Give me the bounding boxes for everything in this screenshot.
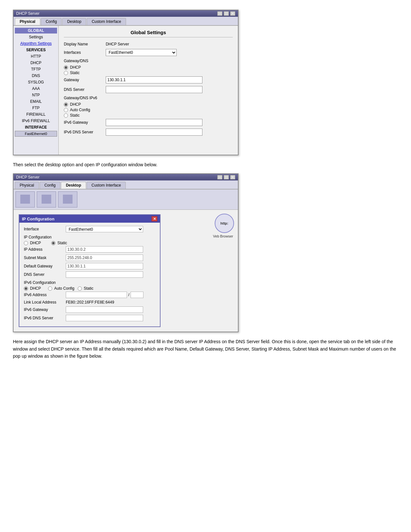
gateway-row: Gateway: [64, 76, 233, 83]
default-gateway-row: Default Gateway: [24, 263, 155, 269]
ipv6-gw-input[interactable]: [66, 306, 143, 313]
ip-dhcp-label: DHCP: [30, 241, 41, 245]
http-icon[interactable]: http:: [215, 214, 234, 233]
ipv6-conf-static-label: Static: [84, 286, 93, 291]
main-content1: Global Settings Display Name DHCP Server…: [59, 26, 238, 155]
win2-minimize[interactable]: ─: [217, 175, 222, 179]
static-radio[interactable]: [64, 71, 68, 75]
sidebar-item-dhcp[interactable]: DHCP: [15, 60, 57, 66]
ip-config-dialog: IP Configuration ✕ Interface FastEtherne…: [19, 214, 161, 327]
tab-config[interactable]: Config: [41, 18, 62, 25]
ipv6-dhcp-radio[interactable]: [64, 102, 68, 107]
sidebar-item-ntp[interactable]: NTP: [15, 92, 57, 98]
window1: DHCP Server ─ □ ✕ Physical Config Deskto…: [13, 10, 239, 155]
desktop-icon-shape1: [20, 195, 30, 204]
desktop-area: [14, 189, 238, 210]
ipv6-dns-server-input[interactable]: [66, 315, 143, 321]
gateway-dns-radio-group: DHCP Static: [64, 65, 233, 75]
sidebar-item-settings[interactable]: Settings: [15, 34, 57, 40]
sidebar-item-syslog[interactable]: SYSLOG: [15, 79, 57, 85]
sidebar-item-ipv6-firewall[interactable]: IPv6 FIREWALL: [15, 118, 57, 124]
ipv6-prefix-input[interactable]: [131, 292, 143, 298]
sidebar-item-fastethernet0[interactable]: FastEthernet0: [15, 131, 57, 137]
dns-label: DNS Server: [64, 87, 106, 92]
link-local-label: Link Local Address: [24, 300, 66, 305]
ip-interface-select[interactable]: FastEthernet0: [66, 226, 143, 232]
sidebar-item-aaa[interactable]: AAA: [15, 86, 57, 92]
desktop-icon-item2[interactable]: [37, 191, 56, 208]
window2-right: http: Veb Browser: [210, 212, 236, 240]
tab-desktop[interactable]: Desktop: [62, 18, 86, 25]
ip-address-row: IP Address: [24, 246, 155, 253]
ipv6-conf-static-radio[interactable]: [78, 286, 82, 291]
ip-static-radio[interactable]: [51, 241, 55, 245]
subnet-input[interactable]: [66, 255, 143, 261]
subnet-mask-row: Subnet Mask: [24, 255, 155, 261]
section-title: Global Settings: [64, 30, 233, 37]
sidebar-item-ftp[interactable]: FTP: [15, 105, 57, 111]
ipv6-dns-row: IPv6 DNS Server: [64, 129, 233, 136]
ipv6-conf-dhcp-radio[interactable]: [24, 286, 28, 291]
display-name-row: Display Name DHCP Server: [64, 42, 233, 46]
display-name-label: Display Name: [64, 42, 106, 46]
w2-tab-custom[interactable]: Custom Interface: [87, 182, 126, 189]
ip-config-close-button[interactable]: ✕: [152, 216, 157, 221]
win2-close[interactable]: ✕: [230, 175, 235, 179]
ipv6-gateway-label: IPv6 Gateway: [64, 120, 106, 125]
ipv6-gateway-input[interactable]: [106, 119, 202, 126]
close-button[interactable]: ✕: [230, 11, 235, 16]
interfaces-select[interactable]: FastEthernet0: [106, 49, 177, 56]
window-controls: ─ □ ✕: [217, 11, 235, 16]
ip-interface-row: Interface FastEthernet0: [24, 226, 155, 232]
sidebar-item-tftp[interactable]: TFTP: [15, 66, 57, 72]
window2-body: IP Configuration ✕ Interface FastEtherne…: [14, 210, 238, 332]
ipv6-static-radio[interactable]: [64, 113, 68, 118]
minimize-button[interactable]: ─: [217, 11, 222, 16]
default-gateway-input[interactable]: [66, 263, 143, 269]
gateway-input[interactable]: [106, 76, 202, 83]
w2-tab-config[interactable]: Config: [40, 182, 61, 189]
sidebar-item-http[interactable]: HTTP: [15, 53, 57, 59]
ipv6-address-row: IPv6 Address /: [24, 292, 155, 298]
w2-tab-desktop[interactable]: Desktop: [61, 182, 86, 189]
ip-address-label: IP Address: [24, 247, 66, 252]
ipv6-address-label: IPv6 Address: [24, 293, 66, 297]
ip-dns-input[interactable]: [66, 271, 143, 278]
ipv6-dhcp-row: DHCP: [64, 102, 233, 107]
tab-physical[interactable]: Physical: [15, 18, 40, 25]
titlebar2: DHCP Server ─ □ ✕: [14, 174, 238, 180]
sidebar-item-dns[interactable]: DNS: [15, 73, 57, 79]
ip-config-title: IP Configuration: [22, 217, 54, 221]
sidebar-item-global[interactable]: GLOBAL: [15, 28, 57, 34]
dhcp-radio-label: DHCP: [70, 65, 81, 70]
description1: Then select the desktop option and open …: [13, 161, 398, 168]
w2-tab-physical[interactable]: Physical: [15, 182, 39, 189]
win2-restore[interactable]: □: [224, 175, 229, 179]
sidebar-item-algorithm[interactable]: Algorithm Settings: [15, 41, 57, 46]
restore-button[interactable]: □: [224, 11, 229, 16]
ip-address-input[interactable]: [66, 246, 143, 253]
desktop-icon-item1[interactable]: [15, 191, 35, 208]
window2-left: IP Configuration ✕ Interface FastEtherne…: [15, 212, 210, 330]
interfaces-row: Interfaces FastEthernet0: [64, 49, 233, 56]
ipv6-gateway-row: IPv6 Gateway: [64, 119, 233, 126]
ipv6-config-radio-row: DHCP Auto Config Static: [24, 286, 155, 291]
tab-bar1: Physical Config Desktop Custom Interface: [14, 17, 238, 26]
ipv6-auto-label: Auto Config: [70, 108, 90, 112]
ipv6-conf-auto-radio[interactable]: [48, 286, 52, 291]
desktop-icon-item3[interactable]: [58, 191, 77, 208]
tab-custom-interface[interactable]: Custom Interface: [87, 18, 126, 25]
link-local-value: FE80::202:16FF:FE8E:6449: [66, 300, 114, 305]
ipv6-dns-input[interactable]: [106, 129, 202, 136]
dns-input[interactable]: [106, 86, 202, 93]
static-radio-label: Static: [70, 71, 80, 75]
ipv6-auto-radio[interactable]: [64, 108, 68, 112]
window2: DHCP Server ─ □ ✕ Physical Config Deskto…: [13, 173, 239, 332]
dhcp-radio[interactable]: [64, 65, 68, 70]
ipv6-auto-row: Auto Config: [64, 108, 233, 112]
sidebar-item-email[interactable]: EMAIL: [15, 99, 57, 104]
ip-dhcp-radio[interactable]: [24, 241, 28, 245]
ip-config-body: Interface FastEthernet0 IP Configuration…: [19, 223, 160, 326]
ipv6-address-input[interactable]: [66, 292, 127, 298]
sidebar-item-firewall[interactable]: FIREWALL: [15, 111, 57, 117]
